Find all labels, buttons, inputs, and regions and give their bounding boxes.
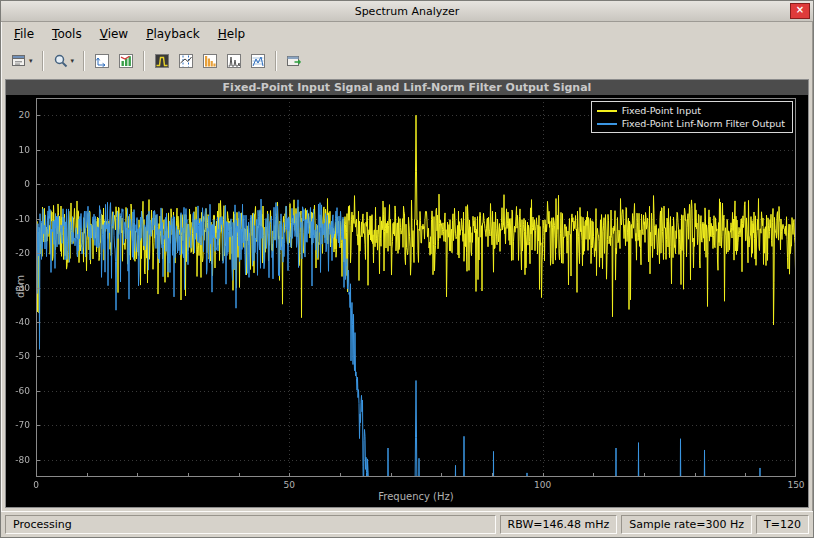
x-tick-label: 50 [269, 480, 309, 490]
y-tick-label: -20 [6, 248, 30, 258]
legend-item-output: Fixed-Point Linf-Norm Filter Output [597, 117, 785, 130]
y-tick-label: 20 [6, 110, 30, 120]
peak-finder-button[interactable] [246, 50, 270, 72]
ccdf-measurements-button[interactable] [198, 50, 222, 72]
menu-bar: FileToolsViewPlaybackHelp [1, 22, 813, 46]
legend-label-output: Fixed-Point Linf-Norm Filter Output [622, 118, 785, 129]
span-icon [94, 53, 110, 69]
status-message: Processing [5, 515, 496, 534]
spectral-mask-button[interactable] [150, 50, 174, 72]
status-sample-rate: Sample rate=300 Hz [621, 515, 752, 534]
configuration-button[interactable]: ▾ [7, 50, 37, 72]
cursor-measurements-button[interactable] [174, 50, 198, 72]
y-tick-label: -70 [6, 420, 30, 430]
x-tick-label: 100 [523, 480, 563, 490]
x-tick-label: 0 [16, 480, 56, 490]
window-title: Spectrum Analyzer [355, 5, 460, 18]
x-axis-label: Frequency (Hz) [36, 491, 796, 502]
y-tick-label: 10 [6, 145, 30, 155]
close-button[interactable]: × [790, 3, 810, 19]
ccdf-icon [202, 53, 218, 69]
window-settings-icon [11, 53, 27, 69]
menu-view[interactable]: View [91, 24, 137, 44]
y-tick-label: -10 [6, 214, 30, 224]
legend-label-input: Fixed-Point Input [622, 105, 701, 116]
playback-icon [286, 53, 302, 69]
y-tick-label: 0 [6, 179, 30, 189]
legend-item-input: Fixed-Point Input [597, 104, 785, 117]
toolbar: ▾▾ [1, 46, 813, 76]
menu-tools[interactable]: Tools [43, 24, 91, 44]
distortion-measurements-button[interactable] [222, 50, 246, 72]
legend[interactable]: Fixed-Point Input Fixed-Point Linf-Norm … [591, 101, 793, 133]
toolbar-separator [275, 51, 277, 71]
autoscale-button[interactable] [114, 50, 138, 72]
title-bar[interactable]: Spectrum Analyzer × [1, 1, 813, 22]
spectrum-analyzer-window: Spectrum Analyzer × FileToolsViewPlaybac… [0, 0, 814, 538]
autoscale-icon [118, 53, 134, 69]
status-bar: Processing RBW=146.48 mHz Sample rate=30… [1, 511, 813, 537]
spectrum-plot-canvas[interactable] [36, 98, 796, 477]
legend-swatch-output [597, 123, 617, 125]
y-tick-label: -50 [6, 351, 30, 361]
zoom-button[interactable]: ▾ [49, 50, 79, 72]
menu-file[interactable]: File [5, 24, 43, 44]
toolbar-separator [42, 51, 44, 71]
x-tick-label: 150 [776, 480, 809, 490]
status-rbw: RBW=146.48 mHz [500, 515, 618, 534]
y-tick-label: -60 [6, 386, 30, 396]
menu-help[interactable]: Help [209, 24, 254, 44]
legend-swatch-input [597, 110, 617, 112]
dropdown-arrow-icon: ▾ [29, 57, 33, 65]
peaks-icon [250, 53, 266, 69]
distortion-icon [226, 53, 242, 69]
y-tick-label: -30 [6, 283, 30, 293]
y-tick-label: -80 [6, 455, 30, 465]
menu-playback[interactable]: Playback [137, 24, 209, 44]
figure-area: Fixed-Point Input Signal and Linf-Norm F… [5, 79, 809, 508]
full-span-button[interactable] [90, 50, 114, 72]
playback-settings-button[interactable] [282, 50, 306, 72]
plot-title: Fixed-Point Input Signal and Linf-Norm F… [6, 80, 808, 95]
toolbar-separator [83, 51, 85, 71]
toolbar-separator [143, 51, 145, 71]
status-time: T=120 [756, 515, 809, 534]
magnifier-icon [53, 53, 69, 69]
mask-icon [154, 53, 170, 69]
dropdown-arrow-icon: ▾ [71, 57, 75, 65]
cursor-icon [178, 53, 194, 69]
y-tick-label: -40 [6, 317, 30, 327]
